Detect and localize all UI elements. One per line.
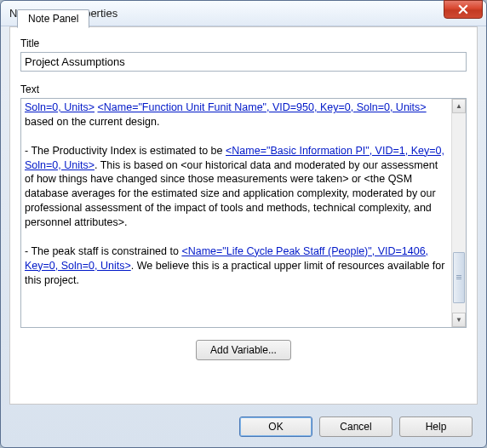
ok-button[interactable]: OK (239, 416, 312, 437)
close-button[interactable] (444, 0, 483, 19)
tab-note-panel[interactable]: Note Panel (17, 9, 89, 28)
variable-link[interactable]: Soln=0, Units> (25, 101, 95, 113)
scroll-down-button[interactable]: ▼ (452, 313, 466, 327)
cancel-button[interactable]: Cancel (319, 416, 392, 437)
text-span: based on the current design. (25, 116, 159, 128)
add-variable-row: Add Variable... (20, 340, 467, 360)
dialog-window: Note Panel Properties Note Panel Title T… (0, 0, 487, 448)
text-span: - The Productivity Index is estimated to… (25, 145, 226, 157)
scroll-thumb[interactable] (453, 252, 465, 303)
text-label: Text (20, 83, 467, 95)
text-box: Soln=0, Units> <Name="Function Unit Funi… (20, 98, 467, 328)
text-input[interactable]: Soln=0, Units> <Name="Function Unit Funi… (21, 99, 451, 327)
scroll-up-button[interactable]: ▲ (452, 99, 466, 113)
close-icon (458, 4, 468, 14)
tabstrip: Note Panel (17, 9, 89, 27)
text-span: - The peak staff is constrained to (25, 245, 181, 257)
tab-panel: Note Panel Title Text Soln=0, Units> <Na… (9, 26, 478, 405)
title-label: Title (20, 37, 467, 49)
add-variable-button[interactable]: Add Variable... (196, 340, 291, 360)
variable-link[interactable]: <Name="Function Unit Funit Name", VID=95… (97, 101, 426, 113)
title-input[interactable] (20, 52, 467, 72)
dialog-footer: OK Cancel Help (239, 416, 473, 437)
tab-content: Title Text Soln=0, Units> <Name="Functio… (20, 37, 467, 393)
scrollbar[interactable]: ▲ ▼ (451, 99, 466, 327)
help-button[interactable]: Help (399, 416, 473, 437)
